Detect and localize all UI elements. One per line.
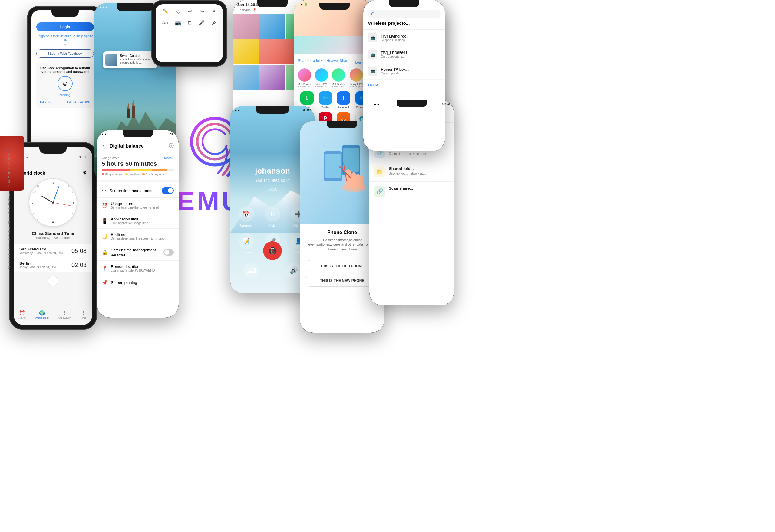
svg-rect-19 xyxy=(360,175,363,189)
alpha-hash[interactable]: # xyxy=(8,148,10,152)
cancel-button[interactable]: CANCEL xyxy=(40,100,53,104)
back-icon[interactable]: ← xyxy=(102,143,107,149)
close-icon[interactable]: ✕ xyxy=(212,8,216,14)
call-hold[interactable]: ⏸ Hold xyxy=(263,206,283,227)
alpha-p[interactable]: P xyxy=(8,221,10,224)
alpha-w[interactable]: W xyxy=(8,253,10,256)
notch xyxy=(51,10,79,17)
alpha-u[interactable]: U xyxy=(8,243,10,247)
google-g-icon: G xyxy=(371,11,374,16)
phone-text-screen: ✏️ ◇ ↩ ↪ ✕ Aa 📷 ⊞ 🎤 🖌 xyxy=(155,4,223,62)
clock-tabs: ⏰ Alarm 🌍 World clock ⏱ Stopwatch ⏲ Time… xyxy=(14,308,92,322)
db-row-remote-location[interactable]: 📍 Remote location Log in with student's … xyxy=(97,261,178,276)
info-icon[interactable]: ⓘ xyxy=(169,143,174,149)
alpha-c[interactable]: C xyxy=(8,162,10,165)
tab-world-clock[interactable]: 🌍 World clock xyxy=(35,310,49,319)
dialpad-button[interactable]: ⌨ xyxy=(244,263,259,278)
brush-icon[interactable]: 🖌 xyxy=(212,20,217,26)
tab-alarm[interactable]: ⏰ Alarm xyxy=(18,310,26,319)
google-search-bar[interactable]: G xyxy=(368,10,441,18)
wireless-help-link[interactable]: HELP xyxy=(363,80,445,91)
wireless-row-3[interactable]: 📺 Homor TV box... Only supports Ph... xyxy=(363,63,445,80)
share-facebook[interactable]: f Facebook xyxy=(337,91,350,109)
alpha-g[interactable]: G xyxy=(8,180,10,183)
end-call-button[interactable]: 📵 xyxy=(263,241,282,260)
scanning-text: Scanning... xyxy=(40,93,90,97)
settings-icon[interactable]: ⚙ xyxy=(83,170,87,175)
alpha-o[interactable]: O xyxy=(8,216,10,220)
redo-icon[interactable]: ↪ xyxy=(200,8,204,14)
screen-time-toggle[interactable] xyxy=(162,187,174,194)
call-calendar[interactable]: 📅 Calendar xyxy=(236,206,257,227)
alpha-j[interactable]: J xyxy=(8,194,10,197)
alpha-k[interactable]: K xyxy=(8,198,10,201)
alpha-b[interactable]: B xyxy=(8,157,10,161)
tab-stopwatch[interactable]: ⏱ Stopwatch xyxy=(58,310,71,319)
password-toggle[interactable] xyxy=(163,249,174,256)
gallery-item-6[interactable] xyxy=(233,65,259,90)
tab-timer[interactable]: ⏲ Timer xyxy=(80,310,87,319)
share-avatar-1[interactable]: MateBook X Touch to send xyxy=(298,68,311,88)
alpha-m[interactable]: M xyxy=(8,207,10,211)
login-button[interactable]: Login xyxy=(36,22,94,31)
usage-more[interactable]: More › xyxy=(164,156,174,160)
location-icon: 📍 xyxy=(102,266,108,271)
undo-icon[interactable]: ↩ xyxy=(188,8,192,14)
alpha-d[interactable]: D xyxy=(8,166,10,170)
notch xyxy=(39,147,67,154)
city-info-sf: San Francisco Yesterday, 15 hours behind… xyxy=(19,247,64,255)
alpha-h[interactable]: H xyxy=(8,184,10,188)
camera-icon[interactable]: 📷 xyxy=(175,20,181,26)
avatar-action-3: Touch to send xyxy=(332,86,345,88)
alpha-s[interactable]: S xyxy=(8,234,10,238)
legend-2: Headline xyxy=(125,173,139,176)
phone-login-screen: Login Forgot your login details? Get hel… xyxy=(31,10,99,159)
storage-row-shared[interactable]: 📁 Shared fold... Back up you... network … xyxy=(369,162,454,182)
mic-icon[interactable]: 🎤 xyxy=(199,20,205,26)
old-phone-button[interactable]: THIS IS THE OLD PHONE xyxy=(305,260,380,272)
wireless-row-1[interactable]: 📺 [TV] Living roo... Supports Desktop xyxy=(363,30,445,46)
alpha-q[interactable]: Q xyxy=(8,225,10,229)
alpha-a[interactable]: A xyxy=(8,153,10,156)
status-bar: ▲▲09:09 xyxy=(230,107,315,113)
use-password-button[interactable]: USE PASSWORD xyxy=(66,100,90,104)
alpha-l[interactable]: L xyxy=(8,203,10,206)
font-icon[interactable]: Aa xyxy=(162,20,168,26)
alpha-n[interactable]: N xyxy=(8,212,10,215)
avatar-action-4: Touch to print xyxy=(349,86,364,88)
gallery-item-4[interactable] xyxy=(233,39,259,64)
alpha-z[interactable]: Z xyxy=(8,266,10,269)
storage-row-scan[interactable]: 🔗 Scan share... xyxy=(369,182,454,201)
gallery-item-1[interactable]: ♡ xyxy=(233,14,259,39)
call-notepad[interactable]: 📝 Notepad xyxy=(236,233,257,254)
add-city-button[interactable]: + xyxy=(48,276,58,286)
alpha-r[interactable]: R xyxy=(8,230,10,233)
alpha-y[interactable]: Y xyxy=(8,262,10,265)
eraser-icon[interactable]: ◇ xyxy=(176,8,180,14)
db-row-usage-hours[interactable]: ⏰ Usage hours Set the total time the scr… xyxy=(97,198,178,213)
speaker-button[interactable]: 🔊 xyxy=(286,263,302,278)
clock-header: World clock ⚙ xyxy=(14,159,92,178)
svg-rect-4 xyxy=(127,109,129,118)
wireless-row-2[interactable]: 📺 [TV]_LED85691... Only supports p... xyxy=(363,46,445,63)
share-avatar-3[interactable]: MateBook X Touch to send xyxy=(332,68,345,88)
gallery-item-2[interactable] xyxy=(260,14,285,39)
new-phone-button[interactable]: THIS IS THE NEW PHONE xyxy=(305,275,380,287)
alpha-i[interactable]: I xyxy=(9,189,10,192)
alpha-e[interactable]: E xyxy=(8,171,10,174)
alpha-v[interactable]: V xyxy=(8,248,10,251)
db-row-screen-pinning[interactable]: 📌 Screen pinning › xyxy=(97,276,178,289)
alpha-f[interactable]: F xyxy=(8,175,10,179)
alpha-x[interactable]: X xyxy=(8,257,10,260)
share-avatar-2[interactable]: KiKi 's P20 Touch to send xyxy=(315,68,328,88)
notepad-icon: 📝 xyxy=(238,233,254,249)
share-twitter[interactable]: 🐦 Twitter xyxy=(319,91,332,109)
share-avatar-4[interactable]: Huang TH880 Touch to print xyxy=(349,68,364,88)
alpha-t[interactable]: T xyxy=(8,239,10,242)
facebook-login-button[interactable]: f Log In With Facebook xyxy=(36,49,94,58)
bar-seg-1 xyxy=(102,169,130,171)
db-row-app-limit[interactable]: 📱 Application limit Limit application us… xyxy=(97,213,178,229)
gallery-item-7[interactable] xyxy=(260,65,285,90)
table-icon[interactable]: ⊞ xyxy=(188,20,191,26)
db-row-bedtime[interactable]: 🌙 Bedtime During sleep time, the screen … xyxy=(97,229,178,244)
